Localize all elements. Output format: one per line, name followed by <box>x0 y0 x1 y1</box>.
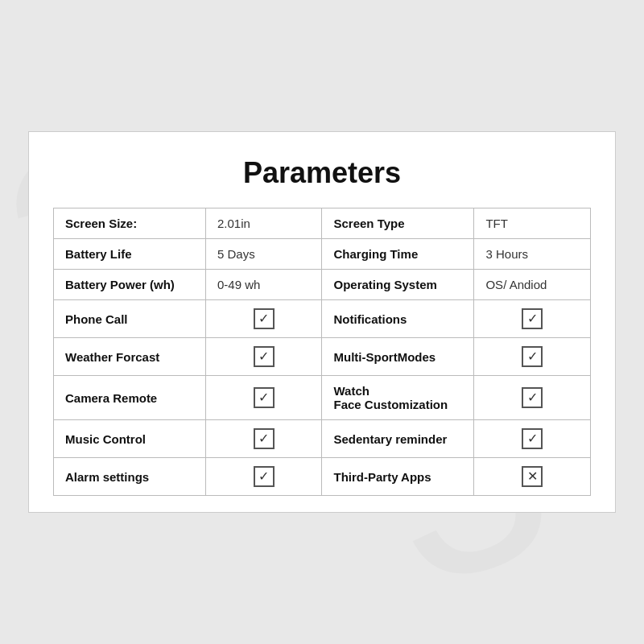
right-label-7: Third-Party Apps <box>322 458 474 496</box>
left-value-3 <box>205 300 322 338</box>
table-row: Screen Size:2.01inScreen TypeTFT <box>54 208 591 239</box>
right-checkbox-4 <box>522 346 543 367</box>
right-value-0: TFT <box>474 208 591 239</box>
parameters-table: Screen Size:2.01inScreen TypeTFTBattery … <box>53 208 591 496</box>
right-label-3: Notifications <box>322 300 474 338</box>
left-checkbox-7 <box>254 466 275 487</box>
right-value-2: OS/ Andiod <box>474 270 591 300</box>
left-label-3: Phone Call <box>54 300 206 338</box>
table-row: Alarm settingsThird-Party Apps <box>54 458 591 496</box>
right-checkbox-6 <box>522 428 543 449</box>
left-label-1: Battery Life <box>54 239 206 270</box>
right-label-4: Multi-SportModes <box>322 338 474 376</box>
page-title: Parameters <box>53 156 591 190</box>
right-value-5 <box>474 376 591 420</box>
right-value-7 <box>474 458 591 496</box>
left-value-6 <box>205 420 322 458</box>
left-value-1: 5 Days <box>205 239 322 270</box>
left-label-2: Battery Power (wh) <box>54 270 206 300</box>
left-label-7: Alarm settings <box>54 458 206 496</box>
right-label-2: Operating System <box>322 270 474 300</box>
right-checkbox-7 <box>522 466 543 487</box>
right-label-6: Sedentary reminder <box>322 420 474 458</box>
right-value-4 <box>474 338 591 376</box>
right-value-3 <box>474 300 591 338</box>
right-label-1: Charging Time <box>322 239 474 270</box>
table-row: Battery Power (wh)0-49 whOperating Syste… <box>54 270 591 300</box>
table-row: Phone CallNotifications <box>54 300 591 338</box>
left-value-5 <box>205 376 322 420</box>
right-checkbox-5 <box>522 387 543 408</box>
left-label-6: Music Control <box>54 420 206 458</box>
right-value-1: 3 Hours <box>474 239 591 270</box>
parameters-card: Parameters Screen Size:2.01inScreen Type… <box>28 131 616 513</box>
left-checkbox-3 <box>254 308 275 329</box>
left-value-2: 0-49 wh <box>205 270 322 300</box>
left-value-4 <box>205 338 322 376</box>
table-row: Weather ForcastMulti-SportModes <box>54 338 591 376</box>
right-label-0: Screen Type <box>322 208 474 239</box>
left-checkbox-4 <box>254 346 275 367</box>
left-label-5: Camera Remote <box>54 376 206 420</box>
left-checkbox-5 <box>254 387 275 408</box>
left-value-7 <box>205 458 322 496</box>
right-checkbox-3 <box>522 308 543 329</box>
right-label-5: WatchFace Customization <box>322 376 474 420</box>
left-label-0: Screen Size: <box>54 208 206 239</box>
left-checkbox-6 <box>254 428 275 449</box>
left-value-0: 2.01in <box>205 208 322 239</box>
table-row: Battery Life5 DaysCharging Time3 Hours <box>54 239 591 270</box>
left-label-4: Weather Forcast <box>54 338 206 376</box>
right-value-6 <box>474 420 591 458</box>
table-row: Music ControlSedentary reminder <box>54 420 591 458</box>
table-row: Camera RemoteWatchFace Customization <box>54 376 591 420</box>
